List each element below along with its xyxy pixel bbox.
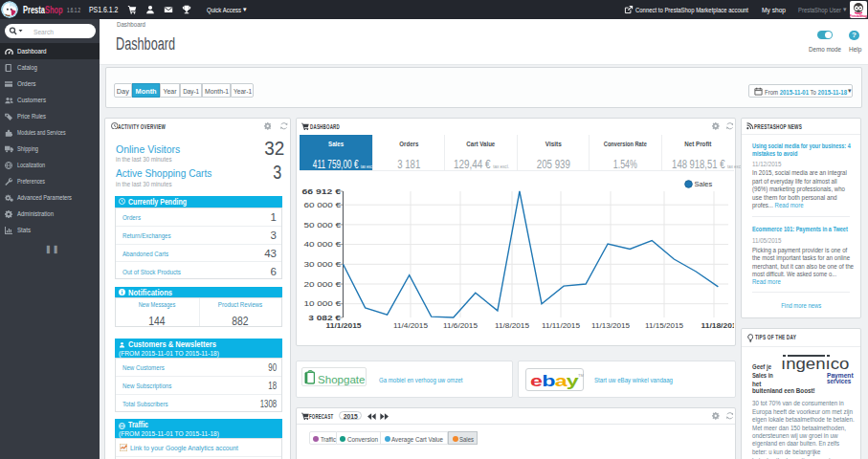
svg-text:11/11/2015: 11/11/2015 (542, 321, 580, 330)
svg-text:66 912 €: 66 912 € (302, 187, 343, 196)
svg-text:40 000 €: 40 000 € (304, 240, 343, 249)
svg-text:20 000 €: 20 000 € (304, 280, 343, 289)
svg-text:11/18/201: 11/18/201 (701, 321, 735, 330)
svg-text:PrestaShop: PrestaShop (850, 14, 867, 18)
svg-text:11/4/2015: 11/4/2015 (393, 321, 428, 330)
svg-text:11/15/2015: 11/15/2015 (645, 321, 683, 330)
svg-text:60 000 €: 60 000 € (304, 201, 343, 209)
svg-text:50 000 €: 50 000 € (304, 221, 343, 230)
svg-text:11/6/2015: 11/6/2015 (443, 321, 478, 330)
svg-text:11/13/2015: 11/13/2015 (591, 321, 630, 330)
svg-text:30 000 €: 30 000 € (304, 260, 343, 269)
svg-text:Sales: Sales (695, 180, 713, 188)
svg-text:11/1/2015: 11/1/2015 (326, 321, 362, 330)
svg-text:10 000 €: 10 000 € (304, 299, 343, 308)
svg-text:11/8/2015: 11/8/2015 (495, 321, 529, 330)
